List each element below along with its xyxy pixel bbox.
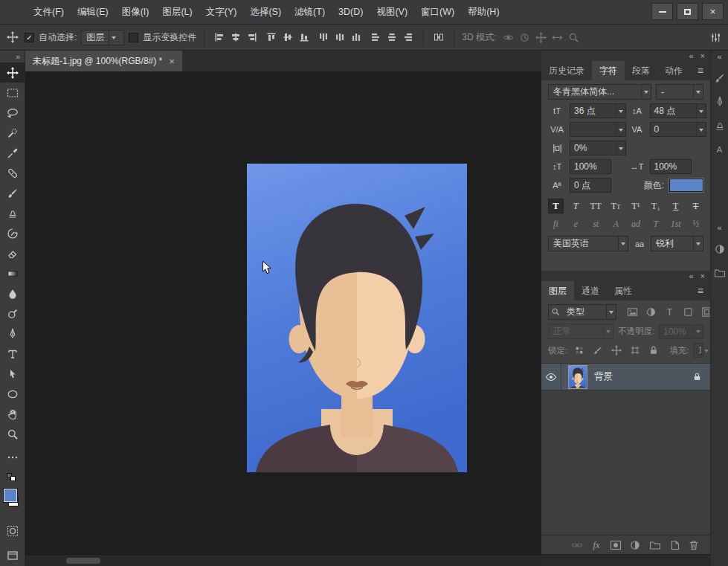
- horizontal-scrollbar[interactable]: [25, 554, 541, 566]
- 3d-slide-icon[interactable]: [550, 30, 564, 45]
- pen-tool[interactable]: [1, 324, 24, 344]
- subscript-button[interactable]: T₁: [648, 199, 663, 213]
- menu-type[interactable]: 文字(Y): [199, 0, 244, 24]
- font-size-field[interactable]: 36 点: [570, 103, 626, 118]
- distribute-top-edges-icon[interactable]: [316, 30, 331, 45]
- tab-paragraph[interactable]: 段落: [625, 61, 657, 80]
- opacity-field[interactable]: 100%: [659, 324, 703, 339]
- titling-alternates-button[interactable]: T: [648, 219, 663, 230]
- align-horizontal-centers-icon[interactable]: [228, 30, 243, 45]
- contextual-alternates-button[interactable]: e: [568, 219, 584, 230]
- small-caps-button[interactable]: Tt: [608, 199, 624, 213]
- add-layer-mask-icon[interactable]: [609, 538, 623, 552]
- distribute-right-edges-icon[interactable]: [401, 30, 416, 45]
- default-colors-icon[interactable]: [1, 472, 24, 483]
- menu-edit[interactable]: 编辑(E): [71, 0, 115, 24]
- show-transform-checkbox[interactable]: [129, 33, 138, 42]
- underline-button[interactable]: T: [668, 199, 683, 213]
- menu-image[interactable]: 图像(I): [115, 0, 156, 24]
- brushes-panel-icon[interactable]: [712, 94, 727, 109]
- layer-name[interactable]: 背景: [594, 370, 692, 383]
- lasso-tool[interactable]: [1, 103, 24, 123]
- panel-menu-icon[interactable]: ≡: [691, 61, 710, 80]
- clone-source-panel-icon[interactable]: [712, 118, 727, 132]
- menu-help[interactable]: 帮助(H): [461, 0, 506, 24]
- align-bottom-edges-icon[interactable]: [297, 30, 312, 45]
- gradient-tool[interactable]: [1, 263, 24, 283]
- distribute-spacing-icon[interactable]: [431, 30, 446, 45]
- filter-smart-objects-icon[interactable]: [700, 305, 710, 319]
- new-group-icon[interactable]: [648, 538, 662, 552]
- distribute-horizontal-centers-icon[interactable]: [384, 30, 399, 45]
- rectangular-marquee-tool[interactable]: [1, 83, 24, 103]
- quick-selection-tool[interactable]: [1, 123, 24, 143]
- hand-tool[interactable]: [1, 404, 24, 424]
- menu-window[interactable]: 窗口(W): [414, 0, 461, 24]
- tab-layers[interactable]: 图层: [541, 281, 574, 300]
- strikethrough-button[interactable]: T: [688, 199, 703, 213]
- eyedropper-tool[interactable]: [1, 143, 24, 163]
- filter-shape-layers-icon[interactable]: [681, 305, 695, 319]
- tab-channels[interactable]: 通道: [574, 281, 607, 300]
- collapse-tools-icon[interactable]: »: [16, 51, 25, 62]
- new-layer-icon[interactable]: [668, 538, 682, 552]
- 3d-zoom-icon[interactable]: [566, 30, 581, 45]
- close-panel-icon[interactable]: ×: [700, 51, 705, 61]
- layer-thumbnail[interactable]: [568, 365, 587, 389]
- auto-select-checkbox[interactable]: ✓: [25, 33, 34, 42]
- link-layers-icon[interactable]: [570, 538, 584, 552]
- baseline-shift-field[interactable]: 0 点: [570, 178, 611, 193]
- lock-image-icon[interactable]: [590, 344, 605, 358]
- delete-layer-icon[interactable]: [687, 538, 701, 552]
- 3d-roll-icon[interactable]: [517, 30, 532, 45]
- lock-transparency-icon[interactable]: [572, 344, 586, 358]
- 3d-pan-icon[interactable]: [533, 30, 548, 45]
- align-right-edges-icon[interactable]: [245, 30, 260, 45]
- dodge-tool[interactable]: [1, 303, 24, 324]
- eraser-tool[interactable]: [1, 243, 24, 263]
- faux-italic-button[interactable]: T: [568, 199, 584, 213]
- swash-button[interactable]: A: [608, 219, 624, 230]
- tab-history[interactable]: 历史记录: [541, 61, 592, 80]
- tracking-field[interactable]: 0: [650, 122, 706, 137]
- new-adjustment-layer-icon[interactable]: [628, 538, 642, 552]
- workspace-options-icon[interactable]: [708, 30, 723, 45]
- layer-filter-dropdown[interactable]: 类型: [548, 304, 616, 320]
- path-selection-tool[interactable]: [1, 364, 24, 384]
- collapse-panel-icon[interactable]: «: [689, 51, 693, 61]
- tab-properties[interactable]: 属性: [607, 281, 640, 300]
- minimize-button[interactable]: [651, 3, 673, 20]
- menu-layer[interactable]: 图层(L): [155, 0, 199, 24]
- font-style-dropdown[interactable]: -: [656, 84, 703, 100]
- auto-select-target-dropdown[interactable]: 图层: [81, 30, 124, 45]
- zoom-tool[interactable]: [1, 424, 24, 444]
- close-document-icon[interactable]: ×: [169, 56, 175, 67]
- distribute-bottom-edges-icon[interactable]: [349, 30, 364, 45]
- quick-mask-button[interactable]: [1, 521, 24, 541]
- fill-field[interactable]: 100%: [693, 343, 703, 358]
- blur-tool[interactable]: [1, 283, 24, 303]
- foreground-color-swatch[interactable]: [4, 489, 17, 502]
- menu-3d[interactable]: 3D(D): [332, 0, 370, 24]
- blend-mode-dropdown[interactable]: 正常: [548, 324, 613, 339]
- ordinals-button[interactable]: 1st: [668, 219, 683, 230]
- menu-view[interactable]: 视图(V): [370, 0, 414, 24]
- document-tab[interactable]: 未标题-1.jpg @ 100%(RGB/8#) * ×: [25, 51, 182, 71]
- layer-visibility-toggle[interactable]: [541, 364, 561, 390]
- menu-filter[interactable]: 滤镜(T): [288, 0, 332, 24]
- superscript-button[interactable]: T¹: [628, 199, 644, 213]
- vertical-scale-field[interactable]: 100%: [570, 159, 611, 174]
- ellipse-tool[interactable]: [1, 384, 24, 404]
- menu-file[interactable]: 文件(F): [27, 0, 71, 24]
- layer-row-background[interactable]: 背景: [541, 364, 710, 390]
- lock-all-icon[interactable]: [646, 344, 660, 358]
- faux-bold-button[interactable]: T: [548, 199, 564, 213]
- move-tool[interactable]: [0, 62, 25, 83]
- font-family-dropdown[interactable]: 冬青黑体简体...: [548, 84, 651, 100]
- canvas-area[interactable]: [25, 71, 541, 554]
- language-dropdown[interactable]: 美国英语: [548, 236, 628, 251]
- scrollbar-thumb[interactable]: [66, 558, 100, 564]
- kerning-field[interactable]: [570, 122, 626, 137]
- leading-field[interactable]: 48 点: [650, 103, 706, 118]
- ligatures-button[interactable]: fi: [548, 219, 564, 230]
